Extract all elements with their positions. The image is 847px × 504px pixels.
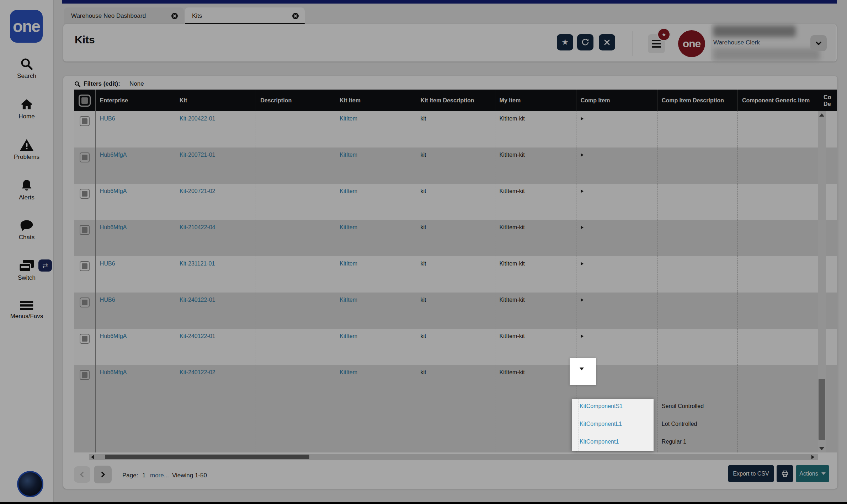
component-list-popup: KitComponentS1 KitComponentL1 KitCompone… [572, 399, 654, 451]
app-window: one Search Home Problems [0, 0, 847, 504]
modal-dim-overlay[interactable] [0, 0, 847, 504]
component-link[interactable]: KitComponent1 [580, 439, 619, 447]
column-border-line [579, 399, 579, 451]
component-link[interactable]: KitComponentL1 [580, 421, 622, 429]
component-link[interactable]: KitComponentS1 [580, 403, 623, 412]
collapse-caret-icon[interactable] [580, 368, 584, 370]
expanded-comp-item-cell[interactable] [570, 358, 596, 385]
